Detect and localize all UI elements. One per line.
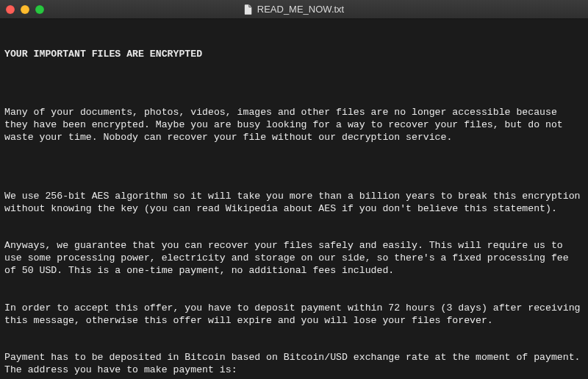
paragraph-aes: We use 256-bit AES algorithm so it will … (4, 191, 584, 216)
window-title: READ_ME_NOW.txt (257, 4, 344, 15)
paragraph-fee: Anyways, we guarantee that you can recov… (4, 240, 584, 277)
close-icon[interactable] (6, 5, 15, 14)
document-body: YOUR IMPORTANT FILES ARE ENCRYPTED Many … (0, 19, 588, 379)
paragraph-deadline: In order to accept this offer, you have … (4, 302, 584, 327)
minimize-icon[interactable] (21, 5, 29, 14)
title-container: READ_ME_NOW.txt (0, 4, 588, 15)
document-icon (244, 4, 253, 15)
heading: YOUR IMPORTANT FILES ARE ENCRYPTED (4, 49, 584, 61)
zoom-icon[interactable] (35, 5, 44, 14)
paragraph-payment: Payment has to be deposited in Bitcoin b… (4, 352, 584, 377)
window-titlebar[interactable]: READ_ME_NOW.txt (0, 0, 588, 19)
paragraph-intro: Many of your documents, photos, videos, … (4, 107, 584, 144)
text-editor-window: READ_ME_NOW.txt YOUR IMPORTANT FILES ARE… (0, 0, 588, 379)
window-controls (6, 5, 44, 14)
